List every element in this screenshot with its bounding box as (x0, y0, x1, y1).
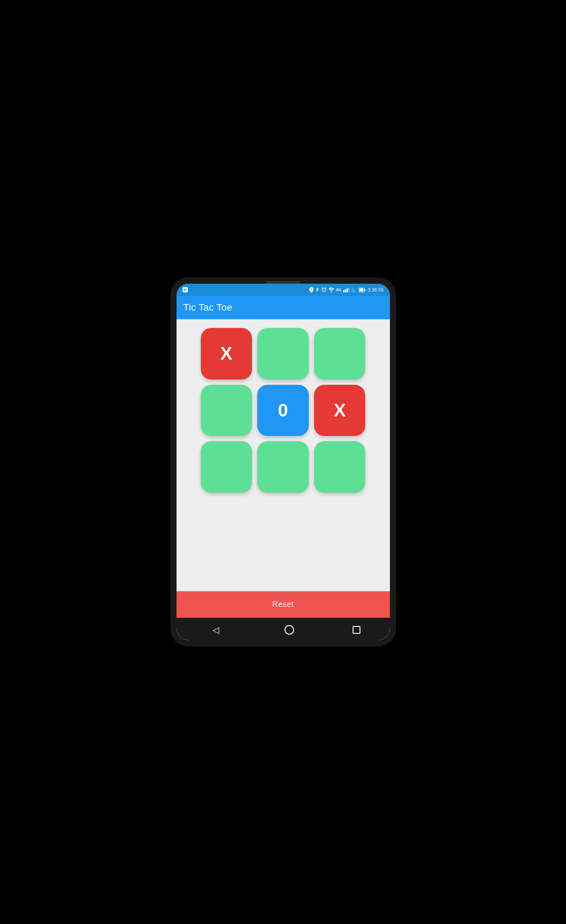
cell-0-0[interactable]: X (201, 328, 252, 380)
location-icon (309, 287, 314, 293)
nav-home-icon[interactable] (285, 625, 294, 635)
svg-rect-9 (364, 289, 365, 291)
svg-rect-1 (343, 290, 344, 292)
alarm-icon (321, 287, 327, 292)
signal-4g: 4G (336, 288, 341, 292)
cell-0-2[interactable] (314, 328, 366, 380)
svg-rect-10 (359, 288, 363, 291)
cell-0-1[interactable] (257, 328, 309, 380)
status-bar: N (177, 284, 390, 296)
cell-2-2[interactable] (314, 441, 366, 493)
status-left: N (183, 287, 188, 292)
svg-rect-3 (347, 288, 348, 292)
status-icons: 4G (309, 287, 366, 293)
cell-2-1[interactable] (257, 441, 309, 493)
reset-button[interactable]: Reset (177, 591, 390, 618)
cell-1-0[interactable] (201, 385, 252, 436)
signal-icon (343, 288, 350, 292)
status-right: 4G (309, 287, 384, 293)
phone-notch (266, 281, 301, 284)
nav-recent-icon[interactable] (353, 626, 360, 634)
app-title: Tic Tac Toe (183, 302, 232, 313)
phone-frame: N (170, 278, 396, 646)
app-bar: Tic Tac Toe (177, 296, 390, 319)
svg-rect-6 (353, 289, 354, 292)
svg-rect-5 (352, 288, 353, 292)
wifi-icon (328, 288, 334, 292)
nav-bar: ◁ (177, 618, 390, 640)
notification-icon: N (183, 287, 188, 292)
nav-back-icon[interactable]: ◁ (206, 623, 226, 637)
cell-1-1[interactable]: 0 (257, 385, 309, 436)
game-grid: X 0 X (201, 328, 366, 493)
cell-2-0[interactable] (201, 441, 252, 493)
battery-icon (359, 288, 366, 292)
status-time: 3:38:55 (368, 287, 384, 292)
svg-rect-2 (345, 289, 346, 292)
phone-screen: N (177, 284, 390, 640)
svg-rect-4 (348, 288, 350, 292)
bluetooth-icon (315, 287, 320, 293)
cell-1-2[interactable]: X (314, 385, 366, 436)
main-content: X 0 X (177, 319, 390, 591)
svg-rect-7 (354, 290, 355, 292)
signal-icon-2 (352, 288, 357, 292)
